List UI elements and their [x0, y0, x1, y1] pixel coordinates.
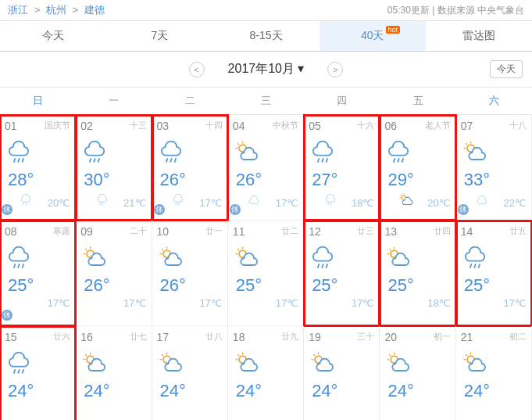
high-temp: 24° — [157, 381, 223, 401]
lunar-label: 十八 — [509, 120, 527, 132]
tab-4[interactable]: 雷达图 — [426, 21, 532, 51]
weekday-label: 六 — [456, 88, 532, 114]
weather-icon-day — [157, 350, 223, 378]
crumb-city[interactable]: 杭州 — [46, 4, 66, 16]
high-temp: 25° — [309, 275, 374, 296]
svg-line-78 — [313, 354, 315, 356]
lunar-label: 廿六 — [53, 331, 70, 343]
holiday-badge: 休 — [458, 204, 469, 215]
chevron-down-icon: ▾ — [298, 62, 304, 75]
day-cell[interactable]: 10 廿一 26° 17℃ — [152, 221, 228, 326]
weather-icon-day — [233, 350, 298, 378]
tab-2[interactable]: 8-15天 — [212, 21, 319, 51]
svg-line-34 — [466, 143, 467, 145]
high-temp: 33° — [461, 170, 527, 190]
month-title-text: 2017年10月 — [228, 62, 295, 75]
weekday-label: 一 — [76, 88, 152, 114]
weather-icon-day — [157, 244, 223, 272]
day-cell[interactable]: 19 三十 24° — [304, 326, 380, 420]
tab-label: 8-15天 — [249, 29, 282, 41]
svg-line-60 — [14, 369, 16, 373]
day-number: 16 — [80, 331, 93, 343]
day-number: 05 — [309, 120, 321, 132]
day-cell[interactable]: 01 国庆节 28° 20℃ 休 — [0, 115, 76, 221]
svg-line-52 — [327, 264, 328, 267]
day-cell[interactable]: 11 廿二 25° 17℃ — [228, 221, 304, 326]
day-cell[interactable]: 07 十八 33° 22℃ 休 — [456, 115, 532, 221]
tab-label: 40天 — [361, 29, 384, 41]
weekday-label: 五 — [380, 88, 455, 114]
high-temp: 29° — [384, 170, 450, 190]
svg-line-0 — [14, 158, 16, 162]
crumb-sep: > — [34, 4, 41, 16]
tab-3[interactable]: 40天hot — [320, 21, 426, 51]
day-cell[interactable]: 06 老人节 29° 20℃ — [380, 115, 455, 221]
weather-icon-night — [245, 192, 262, 209]
crumb-province[interactable]: 浙江 — [8, 4, 28, 16]
tab-label: 今天 — [42, 29, 64, 41]
svg-line-26 — [402, 158, 404, 162]
month-bar: < 2017年10月 ▾ > 今天 — [0, 52, 532, 88]
svg-line-18 — [237, 143, 239, 145]
day-number: 11 — [233, 225, 245, 238]
weather-icon-night — [398, 192, 415, 209]
header: 浙江 > 杭州 > 建德 05:30更新 | 数据来源 中央气象台 — [0, 0, 532, 21]
day-cell[interactable]: 09 二十 26° 17℃ — [76, 221, 152, 326]
day-cell[interactable]: 04 中秋节 26° 17℃ 休 — [228, 115, 304, 221]
high-temp: 25° — [5, 275, 70, 296]
crumb-sep: > — [72, 4, 78, 16]
day-cell[interactable]: 05 十六 27° 18℃ — [304, 115, 380, 221]
weather-icon-night — [17, 192, 34, 209]
svg-line-1 — [18, 158, 20, 162]
day-number: 13 — [384, 225, 397, 238]
low-temp: 17℃ — [504, 297, 527, 309]
month-title[interactable]: 2017年10月 ▾ — [228, 61, 305, 77]
holiday-badge: 休 — [2, 204, 12, 215]
high-temp: 25° — [233, 275, 298, 296]
calendar-grid: 01 国庆节 28° 20℃ 休 02 十三 30° 21℃ 03 十四 26° — [0, 115, 532, 420]
data-source: 数据来源 中央气象台 — [437, 5, 524, 16]
crumb-district[interactable]: 建德 — [84, 4, 105, 16]
day-number: 01 — [5, 120, 17, 132]
day-cell[interactable]: 21 初二 24° — [456, 326, 532, 420]
day-cell[interactable]: 13 廿四 25° 18℃ — [380, 221, 455, 326]
high-temp: 24° — [80, 381, 146, 401]
lunar-label: 廿九 — [281, 331, 298, 343]
weather-icon-night — [473, 192, 491, 209]
next-month-button[interactable]: > — [327, 62, 343, 77]
day-cell[interactable]: 17 廿八 24° — [152, 326, 228, 420]
low-temp: 17℃ — [276, 197, 298, 209]
tab-0[interactable]: 今天 — [0, 21, 106, 51]
day-number: 14 — [461, 225, 473, 238]
day-number: 17 — [157, 331, 170, 343]
svg-line-66 — [86, 354, 87, 356]
tab-1[interactable]: 7天 — [106, 21, 212, 51]
day-cell[interactable]: 16 廿七 24° — [76, 326, 152, 420]
svg-line-7 — [98, 158, 100, 162]
svg-line-56 — [390, 249, 391, 250]
tabs: 今天7天8-15天40天hot雷达图 — [0, 21, 532, 52]
day-cell[interactable]: 12 廿三 25° 17℃ — [304, 221, 380, 326]
lunar-label: 三十 — [357, 331, 374, 343]
high-temp: 24° — [233, 381, 298, 401]
day-cell[interactable]: 14 廿五 25° 17℃ — [456, 221, 532, 326]
weekday-label: 四 — [304, 88, 380, 114]
svg-line-19 — [318, 158, 320, 162]
svg-line-25 — [398, 158, 400, 162]
day-number: 20 — [384, 331, 397, 343]
prev-month-button[interactable]: < — [189, 62, 205, 77]
svg-line-36 — [18, 264, 20, 267]
weather-icon-day — [461, 138, 527, 167]
day-cell[interactable]: 03 十四 26° 17℃ 休 — [152, 115, 228, 221]
svg-line-6 — [94, 158, 95, 162]
today-button[interactable]: 今天 — [490, 60, 523, 78]
svg-line-20 — [322, 158, 323, 162]
day-cell[interactable]: 08 寒露 25° 17℃ 休 — [0, 221, 76, 326]
day-cell[interactable]: 20 初一 24° — [380, 326, 455, 420]
breadcrumb[interactable]: 浙江 > 杭州 > 建德 — [8, 3, 105, 17]
day-cell[interactable]: 02 十三 30° 21℃ — [76, 115, 152, 221]
svg-line-4 — [26, 203, 27, 205]
day-cell[interactable]: 15 廿六 24° — [0, 326, 76, 420]
weekday-header: 日一二三四五六 — [0, 88, 532, 115]
day-cell[interactable]: 18 廿九 24° — [228, 326, 304, 420]
